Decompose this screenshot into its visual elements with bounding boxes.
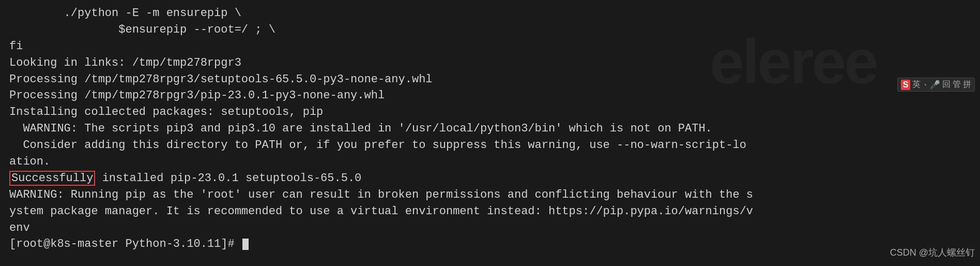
terminal-prompt: [root@k8s-master Python-3.10.11]# xyxy=(9,236,971,253)
s-icon: S xyxy=(901,80,911,90)
tool-icon-1[interactable]: 英 xyxy=(912,79,921,90)
terminal-line: Installing collected packages: setuptool… xyxy=(9,104,971,121)
terminal-line-success: Successfully installed pip-23.0.1 setupt… xyxy=(9,170,971,187)
tool-icon-2[interactable]: · xyxy=(923,80,928,90)
terminal-line-warning2: WARNING: Running pip as the 'root' user … xyxy=(9,187,971,203)
cursor-block xyxy=(242,239,249,250)
tool-icon-5[interactable]: 管 xyxy=(953,79,961,90)
csdn-badge: CSDN @坑人螺丝钉 xyxy=(890,246,975,259)
terminal-line: Processing /tmp/tmp278rpgr3/pip-23.0.1-p… xyxy=(9,87,971,104)
terminal-line-env: env xyxy=(9,220,971,237)
terminal-line-warning: WARNING: The scripts pip3 and pip3.10 ar… xyxy=(9,121,971,137)
tool-icon-4[interactable]: 回 xyxy=(942,79,951,90)
terminal-line: Processing /tmp/tmp278rpgr3/setuptools-6… xyxy=(9,71,971,88)
tool-icon-6[interactable]: 拼 xyxy=(963,79,971,90)
terminal-line: ./python -E -m ensurepip \ xyxy=(9,5,971,22)
successfully-highlight: Successfully xyxy=(9,171,95,186)
terminal-window: eleree S 英 · 🎤 回 管 拼 ./python -E -m ensu… xyxy=(0,0,980,266)
terminal-line: Looking in links: /tmp/tmp278rpgr3 xyxy=(9,55,971,71)
terminal-line: $ensurepip --root=/ ; \ xyxy=(9,22,971,38)
terminal-line: fi xyxy=(9,38,971,55)
terminal-line-warning2-cont: ystem package manager. It is recommended… xyxy=(9,203,971,220)
tool-icon-3[interactable]: 🎤 xyxy=(930,80,940,90)
terminal-line-warning-cont: ation. xyxy=(9,154,971,170)
terminal-line-warning: Consider adding this directory to PATH o… xyxy=(9,137,971,154)
terminal-content: ./python -E -m ensurepip \ $ensurepip --… xyxy=(9,5,971,253)
toolbar-widget[interactable]: S 英 · 🎤 回 管 拼 xyxy=(897,78,975,92)
